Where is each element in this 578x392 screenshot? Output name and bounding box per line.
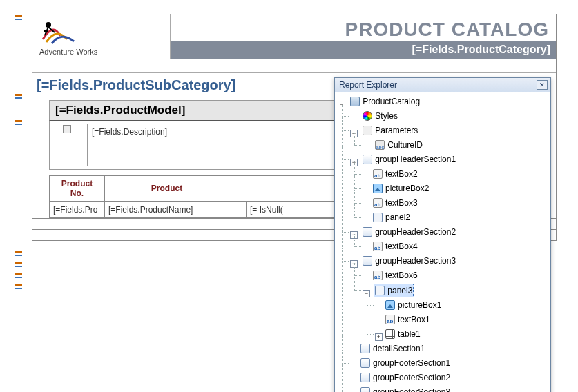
tree-gfs2[interactable]: groupFooterSection2 bbox=[359, 371, 452, 384]
tree-label: textBox4 bbox=[385, 240, 418, 253]
param-icon bbox=[375, 140, 385, 150]
tree-panel2[interactable]: panel2 bbox=[372, 211, 412, 224]
logo-brand-text: Adventure Works bbox=[39, 48, 163, 56]
tree-label: groupFooterSection2 bbox=[373, 371, 450, 384]
catalog-title[interactable]: PRODUCT CATALOG bbox=[171, 14, 556, 41]
section-marker bbox=[14, 284, 23, 289]
tree-label: ProductCatalog bbox=[363, 95, 420, 108]
svg-point-0 bbox=[46, 22, 51, 28]
category-band[interactable]: [=Fields.ProductCategory] bbox=[171, 41, 556, 59]
close-icon[interactable]: ✕ bbox=[537, 80, 548, 90]
section-icon bbox=[363, 155, 372, 164]
picturebox-placeholder[interactable] bbox=[50, 121, 84, 169]
section-icon bbox=[363, 256, 372, 266]
tree-label: textBox1 bbox=[398, 313, 430, 326]
tree-label: table1 bbox=[398, 328, 421, 340]
image-icon bbox=[63, 125, 71, 133]
tree-label: textBox6 bbox=[385, 269, 418, 282]
section-marker bbox=[14, 251, 23, 256]
col-product-no[interactable]: Product No. bbox=[50, 176, 105, 202]
tree-label: textBox3 bbox=[385, 197, 418, 209]
section-marker bbox=[14, 15, 23, 20]
tree-textBox6[interactable]: textBox6 bbox=[372, 269, 419, 282]
tree-table1[interactable]: table1 bbox=[384, 328, 422, 340]
tree-label: groupHeaderSection2 bbox=[375, 226, 456, 238]
section-icon bbox=[360, 344, 370, 353]
section-icon bbox=[363, 227, 372, 237]
tree-textBox3[interactable]: textBox3 bbox=[372, 197, 419, 209]
section-marker bbox=[14, 273, 23, 278]
tree-label: detailSection1 bbox=[373, 342, 425, 355]
logo-cell[interactable]: Adventure Works bbox=[32, 14, 171, 59]
explorer-titlebar[interactable]: Report Explorer ✕ bbox=[335, 78, 550, 92]
textbox-icon bbox=[373, 242, 383, 251]
tree-label: pictureBox2 bbox=[385, 182, 429, 195]
tree-textBox1[interactable]: textBox1 bbox=[384, 313, 432, 326]
tree-label: panel3 bbox=[387, 284, 412, 297]
palette-icon bbox=[363, 111, 372, 121]
tree-ghs3[interactable]: groupHeaderSection3 bbox=[361, 255, 457, 267]
report-icon bbox=[350, 97, 360, 106]
expander-icon bbox=[350, 113, 358, 121]
adventure-works-logo bbox=[39, 19, 81, 46]
tree-root[interactable]: ProductCatalog bbox=[349, 95, 421, 108]
tree-label: groupFooterSection3 bbox=[373, 386, 450, 392]
tree-label: groupFooterSection1 bbox=[373, 357, 450, 369]
textbox-icon bbox=[373, 169, 383, 179]
tree-textBox4[interactable]: textBox4 bbox=[372, 240, 419, 253]
report-explorer-panel[interactable]: Report Explorer ✕ − ProductCatalog Style… bbox=[334, 77, 551, 392]
cell-color-swatch[interactable] bbox=[229, 202, 247, 218]
tree-ghs1[interactable]: groupHeaderSection1 bbox=[361, 153, 457, 166]
tree-label: groupHeaderSection3 bbox=[375, 255, 456, 267]
tree-cultureid[interactable]: CultureID bbox=[374, 139, 424, 151]
section-icon bbox=[360, 373, 370, 382]
col-product[interactable]: Product bbox=[105, 176, 229, 202]
spacer-band bbox=[32, 59, 556, 73]
tree-gfs1[interactable]: groupFooterSection1 bbox=[359, 357, 452, 369]
picturebox-icon bbox=[385, 300, 395, 310]
tree-ghs2[interactable]: groupHeaderSection2 bbox=[361, 226, 457, 238]
tree-panel3[interactable]: panel3 bbox=[374, 284, 414, 297]
parameters-icon bbox=[363, 126, 372, 135]
tree-parameters[interactable]: Parameters bbox=[361, 124, 419, 137]
tree-label: Parameters bbox=[375, 124, 418, 137]
tree-label: textBox2 bbox=[385, 168, 418, 180]
tree-pictureBox1[interactable]: pictureBox1 bbox=[384, 299, 443, 311]
tree-detailSection1[interactable]: detailSection1 bbox=[359, 342, 426, 355]
color-swatch-icon bbox=[233, 204, 242, 213]
explorer-title: Report Explorer bbox=[339, 80, 537, 90]
textbox-icon bbox=[373, 271, 383, 280]
tree-label: panel2 bbox=[385, 211, 410, 224]
cell-product[interactable]: [=Fields.ProductName] bbox=[105, 202, 229, 218]
section-marker bbox=[14, 262, 23, 267]
panel-icon bbox=[375, 286, 385, 295]
section-icon bbox=[360, 387, 370, 392]
table-icon bbox=[385, 329, 395, 339]
expander-icon[interactable]: + bbox=[375, 333, 383, 341]
textbox-icon bbox=[385, 315, 395, 324]
tree-label: pictureBox1 bbox=[398, 299, 441, 311]
tree-label: groupHeaderSection1 bbox=[375, 153, 456, 166]
picturebox-icon bbox=[373, 184, 383, 193]
tree-textBox2[interactable]: textBox2 bbox=[372, 168, 419, 180]
tree-label: CultureID bbox=[387, 139, 423, 151]
section-icon bbox=[360, 358, 370, 368]
cell-product-no[interactable]: [=Fields.Pro bbox=[50, 202, 105, 218]
tree-label: Styles bbox=[375, 110, 398, 122]
explorer-tree[interactable]: − ProductCatalog Styles − bbox=[335, 92, 550, 392]
tree-styles[interactable]: Styles bbox=[361, 110, 399, 122]
section-marker bbox=[14, 94, 23, 99]
panel-icon bbox=[373, 213, 383, 222]
report-header: Adventure Works PRODUCT CATALOG [=Fields… bbox=[32, 14, 556, 59]
tree-pictureBox2[interactable]: pictureBox2 bbox=[372, 182, 430, 195]
title-cell: PRODUCT CATALOG [=Fields.ProductCategory… bbox=[171, 14, 556, 59]
textbox-icon bbox=[373, 198, 383, 208]
section-marker bbox=[14, 120, 23, 125]
tree-gfs3[interactable]: groupFooterSection3 bbox=[359, 386, 452, 392]
